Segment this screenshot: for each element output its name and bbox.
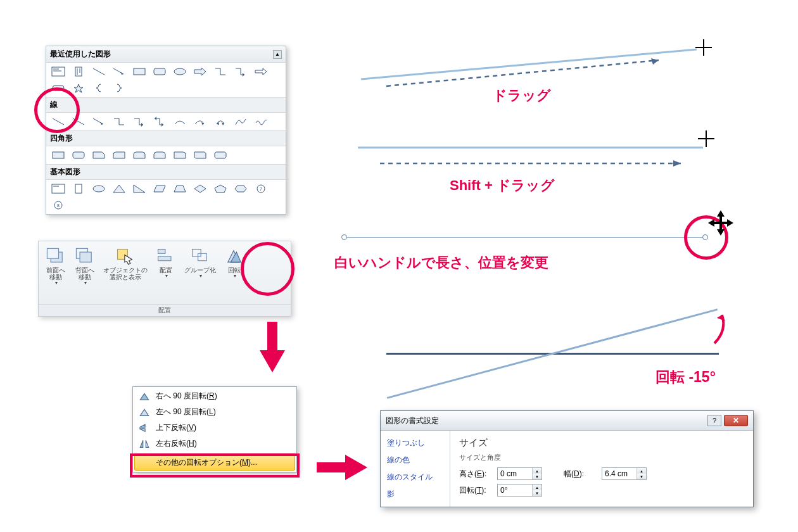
close-button[interactable]: ✕ — [724, 415, 748, 426]
flip-h-icon — [138, 439, 151, 449]
svg-marker-59 — [139, 429, 145, 431]
height-label: 高さ(E): — [459, 469, 492, 479]
line-shape[interactable] — [91, 65, 107, 78]
scroll-up-icon[interactable]: ▲ — [273, 50, 282, 59]
nav-shadow[interactable]: 影 — [381, 486, 450, 503]
blank-icon — [138, 458, 151, 468]
rect5-shape[interactable] — [131, 149, 148, 162]
diamond-shape[interactable] — [192, 182, 208, 195]
rect6-shape[interactable] — [151, 149, 168, 162]
flip-horizontal-item[interactable]: 左右反転(H) — [134, 436, 295, 452]
nav-fill[interactable]: 塗りつぶし — [381, 434, 450, 452]
brace-right-shape[interactable] — [111, 82, 127, 94]
rotation-input[interactable] — [498, 484, 532, 496]
star-shape[interactable] — [70, 82, 87, 94]
rotate-dropdown-menu: 右へ 90 度回転(R) 左へ 90 度回転(L) 上下反転(V) 左右反転(H… — [132, 386, 297, 472]
subsection-size-angle: サイズと角度 — [459, 453, 744, 462]
curve3-shape[interactable] — [212, 115, 229, 128]
more-rotation-options-item[interactable]: その他の回転オプション(M)... — [134, 455, 295, 471]
line2-shape[interactable] — [70, 115, 87, 128]
heptagon-shape[interactable]: 7 — [253, 182, 269, 195]
curve2-shape[interactable] — [192, 115, 208, 128]
rotate-button[interactable]: 回転▼ — [220, 245, 249, 280]
rect7-shape[interactable] — [172, 149, 188, 162]
trapezoid-shape[interactable] — [172, 182, 188, 195]
brace-left-shape[interactable] — [91, 82, 107, 94]
vtextbox2-shape[interactable] — [70, 182, 87, 195]
elbow2-shape[interactable] — [131, 115, 148, 128]
rect1-shape[interactable] — [50, 149, 66, 162]
right-arrow-shape[interactable] — [192, 65, 208, 78]
textbox-shape[interactable] — [50, 65, 66, 78]
shift-drag-demo-lines — [352, 138, 712, 170]
stadium-shape[interactable] — [50, 82, 66, 94]
flip-vertical-item[interactable]: 上下反転(V) — [134, 420, 295, 436]
rotate-right-90-item[interactable]: 右へ 90 度回転(R) — [134, 388, 295, 404]
oval-shape[interactable] — [172, 65, 188, 78]
ellipse-shape[interactable] — [91, 182, 107, 195]
rtriangle-shape[interactable] — [131, 182, 148, 195]
cat-line: 線 — [46, 97, 286, 113]
help-button[interactable]: ? — [707, 415, 721, 426]
nav-line-color[interactable]: 線の色 — [381, 452, 450, 469]
block-arrow-shape[interactable] — [253, 65, 269, 78]
triangle-shape[interactable] — [111, 182, 127, 195]
svg-point-11 — [174, 68, 186, 75]
scribble-shape[interactable] — [253, 115, 269, 128]
down-icon[interactable]: ▼ — [637, 474, 646, 479]
selection-pane-button[interactable]: オブジェクトの 選択と表示 — [99, 245, 151, 282]
bring-forward-button[interactable]: 前面へ 移動▼ — [41, 245, 70, 287]
rect9-shape[interactable] — [212, 149, 229, 162]
send-backward-button[interactable]: 背面へ 移動▼ — [70, 245, 99, 287]
handle-left[interactable] — [341, 234, 347, 240]
nav-line-style[interactable]: 線のスタイル — [381, 469, 450, 486]
parallelogram-shape[interactable] — [151, 182, 168, 195]
dialog-nav: 塗りつぶし 線の色 線のスタイル 影 — [381, 431, 450, 507]
elbow-connector-shape[interactable] — [212, 65, 229, 78]
rect2-shape[interactable] — [70, 149, 87, 162]
up-icon[interactable]: ▲ — [533, 468, 542, 474]
group-button[interactable]: グループ化▼ — [180, 245, 220, 280]
height-spinner[interactable]: ▲▼ — [497, 467, 542, 480]
rotate-left-90-item[interactable]: 左へ 90 度回転(L) — [134, 404, 295, 420]
rect3-shape[interactable] — [91, 149, 107, 162]
rounded-rect-shape[interactable] — [151, 65, 168, 78]
align-button[interactable]: 配置▼ — [151, 245, 180, 280]
svg-line-17 — [53, 118, 64, 125]
line-arrow-shape[interactable] — [111, 65, 127, 78]
rect8-shape[interactable] — [192, 149, 208, 162]
elbow3-shape[interactable] — [151, 115, 168, 128]
down-icon[interactable]: ▼ — [533, 474, 542, 479]
width-input[interactable] — [602, 468, 636, 479]
pentagon-shape[interactable] — [212, 182, 229, 195]
move-cursor-icon — [707, 209, 732, 234]
hexagon-shape[interactable] — [232, 182, 249, 195]
rect4-shape[interactable] — [111, 149, 127, 162]
curve1-shape[interactable] — [172, 115, 188, 128]
line-arrow2-shape[interactable] — [91, 115, 107, 128]
flip-v-icon — [138, 423, 151, 433]
ribbon-group-label: 配置 — [39, 304, 291, 316]
up-icon[interactable]: ▲ — [533, 484, 542, 490]
rotate-right-icon — [138, 391, 151, 402]
height-input[interactable] — [498, 468, 532, 479]
svg-rect-51 — [193, 250, 201, 256]
octagon-shape[interactable]: 8 — [50, 199, 66, 212]
svg-marker-36 — [174, 186, 186, 192]
svg-rect-47 — [80, 252, 91, 262]
svg-rect-3 — [75, 67, 82, 76]
freeform-shape[interactable] — [232, 115, 249, 128]
svg-marker-37 — [194, 185, 206, 193]
dialog-title: 図形の書式設定 — [386, 415, 439, 426]
send-backward-icon — [74, 246, 96, 265]
width-spinner[interactable]: ▲▼ — [602, 467, 647, 480]
textbox2-shape[interactable] — [50, 182, 66, 195]
line1-shape[interactable] — [50, 115, 66, 128]
elbow-arrow-shape[interactable] — [232, 65, 249, 78]
elbow1-shape[interactable] — [111, 115, 127, 128]
up-icon[interactable]: ▲ — [637, 468, 646, 474]
rotation-spinner[interactable]: ▲▼ — [497, 484, 542, 497]
rectangle-shape[interactable] — [131, 65, 148, 78]
vtextbox-shape[interactable] — [70, 65, 87, 78]
down-icon[interactable]: ▼ — [533, 490, 542, 496]
